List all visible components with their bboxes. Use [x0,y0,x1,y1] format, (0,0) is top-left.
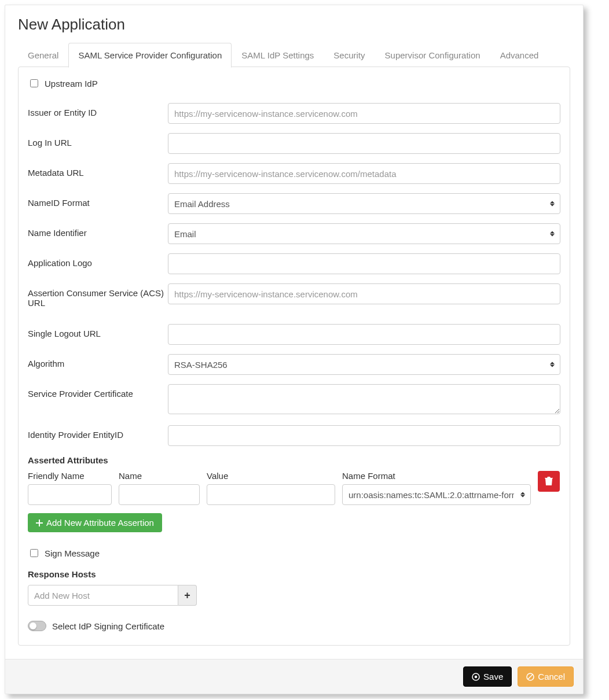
name-identifier-select[interactable]: Email [168,223,560,244]
add-attribute-label: Add New Attribute Assertion [46,518,154,528]
tabs: General SAML Service Provider Configurat… [5,43,583,67]
svg-point-1 [475,676,477,677]
issuer-input[interactable] [168,103,560,124]
panel: New Application General SAML Service Pro… [5,5,584,694]
tab-security[interactable]: Security [324,43,375,68]
plus-icon [36,520,43,526]
add-host-button[interactable]: + [178,585,197,606]
page-title: New Application [18,16,570,34]
slo-url-label: Single Logout URL [28,324,168,338]
plus-icon: + [184,590,190,602]
save-button[interactable]: Save [463,666,512,687]
attr-col-value-label: Value [207,471,335,481]
asserted-attributes-heading: Asserted Attributes [28,455,560,465]
metadata-url-input[interactable] [168,163,560,184]
sign-message-checkbox[interactable] [30,549,38,557]
upstream-idp-checkbox[interactable] [30,79,38,87]
select-signing-cert-toggle[interactable] [28,621,46,631]
cancel-label: Cancel [538,672,565,681]
response-hosts-heading: Response Hosts [28,569,560,579]
save-icon [472,673,480,681]
attr-name-input[interactable] [119,484,200,505]
attr-col-friendly-label: Friendly Name [28,471,112,481]
svg-line-3 [528,675,533,679]
upstream-idp-label[interactable]: Upstream IdP [45,79,98,89]
trash-icon [545,477,553,486]
idp-entityid-label: Identity Provider EntityID [28,425,168,440]
cancel-button[interactable]: Cancel [518,666,574,687]
idp-entityid-input[interactable] [168,425,560,446]
tab-content: Upstream IdP Issuer or Entity ID Log In … [18,67,570,646]
name-identifier-label: Name Identifier [28,223,168,238]
metadata-url-label: Metadata URL [28,163,168,178]
attr-col-format-label: Name Format [342,471,531,481]
tab-advanced[interactable]: Advanced [490,43,549,68]
save-label: Save [483,672,503,681]
nameid-format-select[interactable]: Email Address [168,193,560,214]
algorithm-label: Algorithm [28,354,168,369]
delete-attribute-button[interactable] [538,471,560,492]
app-logo-label: Application Logo [28,253,168,268]
app-logo-input[interactable] [168,253,560,274]
attr-friendly-input[interactable] [28,484,112,505]
footer: Save Cancel [5,659,583,694]
algorithm-select[interactable]: RSA-SHA256 [168,354,560,375]
add-attribute-button[interactable]: Add New Attribute Assertion [28,513,162,532]
attr-format-select[interactable]: urn:oasis:names:tc:SAML:2.0:attrname-for… [342,484,531,505]
select-signing-cert-label: Select IdP Signing Certificate [52,621,164,631]
tab-supervisor-config[interactable]: Supervisor Configuration [375,43,490,68]
login-url-input[interactable] [168,133,560,154]
sp-cert-textarea[interactable] [168,384,560,414]
attr-value-input[interactable] [207,484,335,505]
sp-cert-label: Service Provider Certificate [28,384,168,399]
tab-saml-idp-settings[interactable]: SAML IdP Settings [232,43,324,68]
toggle-knob [30,622,36,629]
issuer-label: Issuer or Entity ID [28,103,168,117]
tab-general[interactable]: General [18,43,68,68]
sign-message-label[interactable]: Sign Message [45,548,100,558]
attr-col-name-label: Name [119,471,200,481]
acs-url-label: Assertion Consumer Service (ACS) URL [28,283,168,308]
login-url-label: Log In URL [28,133,168,148]
acs-url-input[interactable] [168,283,560,304]
cancel-icon [526,673,534,681]
slo-url-input[interactable] [168,324,560,345]
asserted-attributes-table: Friendly Name Name Value Name Format urn… [28,471,560,505]
panel-header: New Application [5,5,583,39]
nameid-format-label: NameID Format [28,193,168,208]
tab-saml-sp-config[interactable]: SAML Service Provider Configuration [68,43,232,68]
add-host-input[interactable] [28,585,178,606]
